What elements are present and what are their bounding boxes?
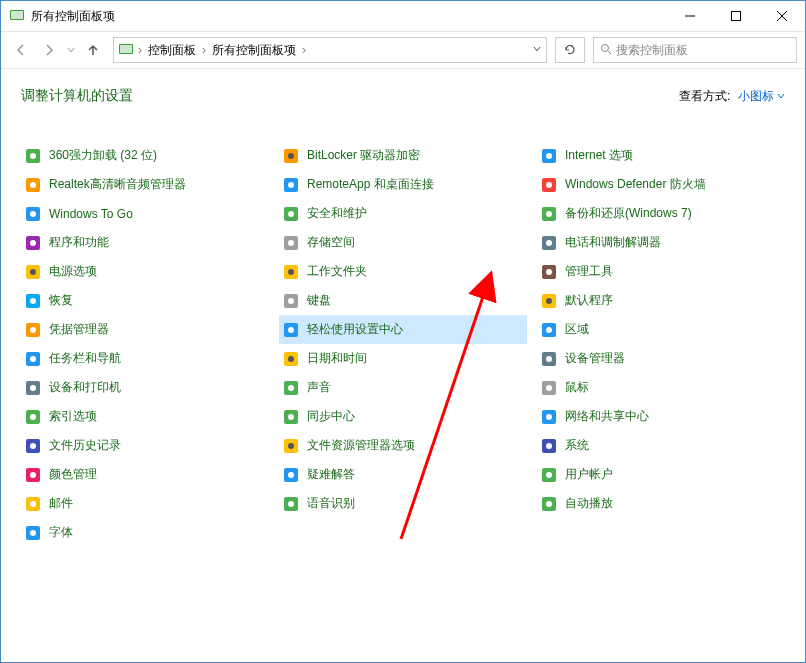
- cp-item-font[interactable]: 字体: [21, 518, 269, 547]
- view-by-dropdown[interactable]: 小图标: [738, 89, 785, 103]
- cp-item-keyboard[interactable]: 键盘: [279, 286, 527, 315]
- cp-item-datetime[interactable]: 日期和时间: [279, 344, 527, 373]
- cp-item-label: 键盘: [307, 292, 331, 309]
- svg-point-77: [30, 472, 36, 478]
- cp-item-explorer[interactable]: 文件资源管理器选项: [279, 431, 527, 460]
- breadcrumb[interactable]: › 控制面板 › 所有控制面板项 ›: [113, 37, 547, 63]
- cp-item-audio[interactable]: Realtek高清晰音频管理器: [21, 170, 269, 199]
- explorer-icon: [283, 438, 299, 454]
- svg-point-59: [30, 385, 36, 391]
- cp-item-autoplay[interactable]: 自动播放: [537, 489, 785, 518]
- svg-point-61: [288, 385, 294, 391]
- svg-point-39: [546, 269, 552, 275]
- svg-point-27: [546, 211, 552, 217]
- close-button[interactable]: [759, 1, 805, 31]
- cp-item-filehist[interactable]: 文件历史记录: [21, 431, 269, 460]
- svg-point-79: [288, 472, 294, 478]
- storage-icon: [283, 235, 299, 251]
- svg-point-45: [546, 298, 552, 304]
- cp-item-label: 索引选项: [49, 408, 97, 425]
- cp-item-label: 鼠标: [565, 379, 589, 396]
- cp-item-devices[interactable]: 设备和打印机: [21, 373, 269, 402]
- maximize-button[interactable]: [713, 1, 759, 31]
- cp-item-color[interactable]: 颜色管理: [21, 460, 269, 489]
- cp-item-network[interactable]: 网络和共享中心: [537, 402, 785, 431]
- breadcrumb-all-items[interactable]: 所有控制面板项: [210, 42, 298, 59]
- cp-item-label: 工作文件夹: [307, 263, 367, 280]
- cp-item-workfolder[interactable]: 工作文件夹: [279, 257, 527, 286]
- cp-item-power[interactable]: 电源选项: [21, 257, 269, 286]
- svg-point-81: [546, 472, 552, 478]
- defaults-icon: [541, 293, 557, 309]
- chevron-right-icon[interactable]: ›: [200, 43, 208, 57]
- chevron-right-icon[interactable]: ›: [300, 43, 308, 57]
- cp-item-speech[interactable]: 语音识别: [279, 489, 527, 518]
- cp-item-ease[interactable]: 轻松使用设置中心: [279, 315, 527, 344]
- forward-button[interactable]: [37, 38, 61, 62]
- cp-item-label: 360强力卸载 (32 位): [49, 147, 157, 164]
- svg-point-11: [30, 153, 36, 159]
- devices-icon: [25, 380, 41, 396]
- up-button[interactable]: [81, 38, 105, 62]
- view-by-label: 查看方式:: [679, 89, 730, 103]
- svg-line-9: [608, 51, 611, 54]
- cp-item-sync[interactable]: 同步中心: [279, 402, 527, 431]
- cp-item-defaults[interactable]: 默认程序: [537, 286, 785, 315]
- cp-item-phone[interactable]: 电话和调制解调器: [537, 228, 785, 257]
- cp-item-wtg[interactable]: Windows To Go: [21, 199, 269, 228]
- cp-item-label: 自动播放: [565, 495, 613, 512]
- chevron-down-icon[interactable]: [532, 43, 542, 57]
- cp-item-remote[interactable]: RemoteApp 和桌面连接: [279, 170, 527, 199]
- cp-item-region[interactable]: 区域: [537, 315, 785, 344]
- cp-item-storage[interactable]: 存储空间: [279, 228, 527, 257]
- window-buttons: [667, 1, 805, 31]
- cp-item-label: 日期和时间: [307, 350, 367, 367]
- cp-item-users[interactable]: 用户帐户: [537, 460, 785, 489]
- svg-point-51: [546, 327, 552, 333]
- cp-item-programs[interactable]: 程序和功能: [21, 228, 269, 257]
- cp-item-firewall[interactable]: Windows Defender 防火墙: [537, 170, 785, 199]
- cp-item-system[interactable]: 系统: [537, 431, 785, 460]
- svg-point-29: [30, 240, 36, 246]
- cp-item-index[interactable]: 索引选项: [21, 402, 269, 431]
- svg-point-87: [546, 501, 552, 507]
- cp-item-security[interactable]: 安全和维护: [279, 199, 527, 228]
- cp-item-label: 同步中心: [307, 408, 355, 425]
- cp-item-label: 声音: [307, 379, 331, 396]
- view-by: 查看方式: 小图标: [679, 88, 785, 105]
- control-panel-icon: [118, 42, 134, 58]
- refresh-button[interactable]: [555, 37, 585, 63]
- chevron-right-icon[interactable]: ›: [136, 43, 144, 57]
- search-icon: [600, 43, 612, 58]
- wtg-icon: [25, 206, 41, 222]
- search-input[interactable]: 搜索控制面板: [593, 37, 797, 63]
- cp-item-troubleshoot[interactable]: 疑难解答: [279, 460, 527, 489]
- minimize-button[interactable]: [667, 1, 713, 31]
- cp-item-admintools[interactable]: 管理工具: [537, 257, 785, 286]
- cp-item-devmgr[interactable]: 设备管理器: [537, 344, 785, 373]
- back-button[interactable]: [9, 38, 33, 62]
- cp-item-taskbar[interactable]: 任务栏和导航: [21, 344, 269, 373]
- cp-item-label: 安全和维护: [307, 205, 367, 222]
- index-icon: [25, 409, 41, 425]
- cp-item-sound[interactable]: 声音: [279, 373, 527, 402]
- cp-item-cred[interactable]: 凭据管理器: [21, 315, 269, 344]
- taskbar-icon: [25, 351, 41, 367]
- cp-item-mail[interactable]: 邮件: [21, 489, 269, 518]
- backup-icon: [541, 206, 557, 222]
- devmgr-icon: [541, 351, 557, 367]
- svg-point-67: [288, 414, 294, 420]
- svg-point-65: [30, 414, 36, 420]
- content: 调整计算机的设置 查看方式: 小图标 360强力卸载 (32 位)BitLock…: [1, 69, 805, 662]
- cp-item-internet[interactable]: Internet 选项: [537, 141, 785, 170]
- cp-item-backup[interactable]: 备份和还原(Windows 7): [537, 199, 785, 228]
- cp-item-recovery[interactable]: 恢复: [21, 286, 269, 315]
- breadcrumb-control-panel[interactable]: 控制面板: [146, 42, 198, 59]
- cp-item-bitlocker[interactable]: BitLocker 驱动器加密: [279, 141, 527, 170]
- recent-dropdown[interactable]: [65, 38, 77, 62]
- svg-point-43: [288, 298, 294, 304]
- svg-point-73: [288, 443, 294, 449]
- cp-item-mouse[interactable]: 鼠标: [537, 373, 785, 402]
- cp-item-uninstall[interactable]: 360强力卸载 (32 位): [21, 141, 269, 170]
- cp-item-label: RemoteApp 和桌面连接: [307, 176, 434, 193]
